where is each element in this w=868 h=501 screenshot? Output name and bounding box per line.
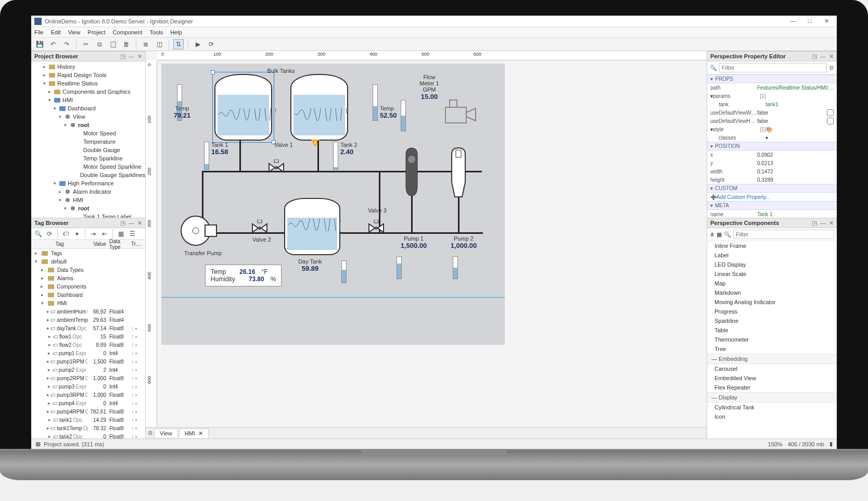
valve-top[interactable] xyxy=(267,159,285,173)
menu-tools[interactable]: Tools xyxy=(149,29,163,35)
gauge-pump-1[interactable] xyxy=(397,256,402,279)
menu-help[interactable]: Help xyxy=(170,29,182,35)
gauge-flow[interactable] xyxy=(401,100,406,131)
tree-item[interactable]: ▾View xyxy=(31,112,145,121)
component-item[interactable]: Cylindrical Tank xyxy=(707,403,837,412)
component-item[interactable]: LED Display xyxy=(707,260,837,269)
columns-icon[interactable]: ▦ xyxy=(116,229,125,239)
tag-row[interactable]: ▸🏷 ambientTemp Opc29.63Float4 xyxy=(31,316,145,324)
dropdown-icon[interactable]: ▾ xyxy=(72,229,82,239)
add-custom-property[interactable]: Add Custom Property... xyxy=(717,194,770,200)
panel-close-icon[interactable]: ✕ xyxy=(137,220,142,227)
cut-icon[interactable]: ✂ xyxy=(81,39,91,49)
tree-item[interactable]: Temperature xyxy=(31,137,145,146)
group-icon[interactable]: ◫ xyxy=(154,39,164,49)
play-icon[interactable]: ▶ xyxy=(193,39,203,49)
export-icon[interactable]: ⇤ xyxy=(100,229,109,239)
design-canvas[interactable]: 0100200300400500600 0100200300400500600 … xyxy=(146,51,707,427)
tree-item[interactable]: ▾Realtime Status xyxy=(31,79,145,87)
maximize-button[interactable]: □ xyxy=(802,18,817,24)
undo-icon[interactable]: ↶ xyxy=(48,39,58,49)
tag-row[interactable]: ▸🏷 pump3RPM Opc1,000Float8⫶ ▪ xyxy=(31,391,145,399)
tag-row[interactable]: ▸🏷 pump1 Expr0Int4⫶ ▪ xyxy=(31,349,145,357)
property-tree[interactable]: ▾PROPS pathFeatures/Realtime Status/HMI/… xyxy=(707,74,837,218)
tag-row[interactable]: ▸🏷 pump4RPM Opc782.61Float8⫶ ▪ xyxy=(31,407,145,416)
tree-item[interactable]: Temp Sparkline xyxy=(31,154,145,162)
tree-item[interactable]: Double Gauge Sparklines xyxy=(31,171,145,179)
component-item[interactable]: Inline Frame xyxy=(707,241,837,250)
component-item[interactable]: Linear Scale xyxy=(707,269,837,279)
tag-row[interactable]: ▸🏷 tank1 Opc14.29Float8⫶ ▪ xyxy=(31,416,145,424)
panel-close-icon[interactable]: ✕ xyxy=(829,220,834,227)
tag-folder[interactable]: ▸Components xyxy=(31,282,145,291)
component-item[interactable]: Tree xyxy=(707,344,837,354)
search-icon[interactable]: 🔍 xyxy=(33,229,43,239)
design-mode-icon[interactable]: ⇅ xyxy=(173,39,184,49)
tag-row[interactable]: ▸🏷 pump3 Expr0Int4⫶ ▪ xyxy=(31,382,145,391)
tree-item[interactable]: ▾High Performance xyxy=(31,179,145,187)
tag-row[interactable]: ▸🏷 dayTank Opc57.14Float8⫶ ▪ xyxy=(31,324,145,332)
component-item[interactable]: Sparkline xyxy=(707,316,837,325)
tree-item[interactable]: Tank 1 Temp Label xyxy=(31,212,145,218)
panel-minus-icon[interactable]: — xyxy=(820,53,826,60)
components-list[interactable]: Inline FrameLabelLED DisplayLinear Scale… xyxy=(707,241,837,439)
tree-item[interactable]: Motor Speed xyxy=(31,129,145,137)
panel-minus-icon[interactable]: — xyxy=(129,220,134,227)
component-item[interactable]: Table xyxy=(707,325,837,335)
flow-meter-icon[interactable] xyxy=(442,95,484,131)
panel-popout-icon[interactable]: ◳ xyxy=(812,53,817,60)
tag-row[interactable]: ▸🏷 pump1RPM Opc1,500Float8⫶ ▪ xyxy=(31,357,145,366)
gauge-pump-2[interactable] xyxy=(453,256,458,279)
menu-file[interactable]: File xyxy=(34,29,44,35)
tag-folder[interactable]: ▸Dashboard xyxy=(31,291,145,299)
list-icon[interactable]: ☰ xyxy=(127,229,137,239)
component-item[interactable]: Moving Analog Indicator xyxy=(707,297,837,307)
gauge-day-tank[interactable] xyxy=(341,260,347,283)
tag-row[interactable]: ▸🏷 pump2 Expr2Int4⫶ ▪ xyxy=(31,366,145,374)
tag-row[interactable]: ▸🏷 flow1 Opc15Float8⫶ ▪ xyxy=(31,332,145,341)
menu-view[interactable]: View xyxy=(68,29,81,35)
pump-1-icon[interactable] xyxy=(401,147,423,199)
component-item[interactable]: Markdown xyxy=(707,288,837,297)
panel-popout-icon[interactable]: ◳ xyxy=(120,220,125,227)
refresh-icon[interactable]: ⟳ xyxy=(206,39,216,49)
pump-2-icon[interactable] xyxy=(448,147,469,199)
udvw-checkbox[interactable] xyxy=(827,109,834,116)
component-item[interactable]: Thermometer xyxy=(707,335,837,344)
panel-minus-icon[interactable]: — xyxy=(129,53,134,60)
gear-icon[interactable]: ⚙ xyxy=(148,430,153,436)
tag-row[interactable]: ▸🏷 pump2RPM Opc1,000Float8⫶ ▪ xyxy=(31,374,145,382)
refresh-icon[interactable]: ⟳ xyxy=(45,229,54,239)
tank-2[interactable] xyxy=(290,74,348,141)
tree-item[interactable]: ▸Alarm Indicator xyxy=(31,187,145,196)
tag-folder[interactable]: ▾HMI xyxy=(31,299,145,307)
project-tree[interactable]: ▸History▸Rapid Design Tools▾Realtime Sta… xyxy=(31,61,145,218)
gauge-tank-1[interactable] xyxy=(204,142,209,170)
panel-close-icon[interactable]: ✕ xyxy=(829,53,834,60)
delete-icon[interactable]: 🗑 xyxy=(121,39,132,49)
property-filter-input[interactable] xyxy=(719,63,827,72)
panel-popout-icon[interactable]: ◳ xyxy=(120,53,125,60)
udvh-checkbox[interactable] xyxy=(827,118,834,124)
component-item[interactable]: Map xyxy=(707,279,837,288)
menu-edit[interactable]: Edit xyxy=(51,29,61,35)
save-icon[interactable]: 💾 xyxy=(34,39,45,49)
tree-icon[interactable]: ⋔ xyxy=(710,231,714,238)
gear-icon[interactable]: ⚙ xyxy=(829,65,834,71)
hmi-view[interactable]: Bulk Tanks Temp79.21 Tank 116.58 xyxy=(161,64,505,345)
tab-view[interactable]: View xyxy=(154,429,178,437)
tag-folder[interactable]: ▾default xyxy=(31,257,145,266)
menu-project[interactable]: Project xyxy=(87,29,105,35)
panel-popout-icon[interactable]: ◳ xyxy=(812,220,817,227)
tag-folder[interactable]: ▸Tags xyxy=(31,249,145,257)
close-button[interactable]: ✕ xyxy=(819,18,834,24)
tag-tree[interactable]: ▸Tags▾default▸Data Types▸Alarms▸Componen… xyxy=(31,249,145,466)
tag-folder[interactable]: ▸Data Types xyxy=(31,266,145,274)
tag-row[interactable]: ▸🏷 tank1Temp Opc78.32Float8⫶ ▪ xyxy=(31,424,145,432)
components-filter-input[interactable] xyxy=(733,230,834,239)
paste-icon[interactable]: 📋 xyxy=(108,39,118,49)
tag-folder[interactable]: ▸Alarms xyxy=(31,274,145,282)
component-item[interactable]: Label xyxy=(707,250,837,260)
valve-3[interactable] xyxy=(367,220,385,233)
align-icon[interactable]: ≣ xyxy=(141,39,151,49)
